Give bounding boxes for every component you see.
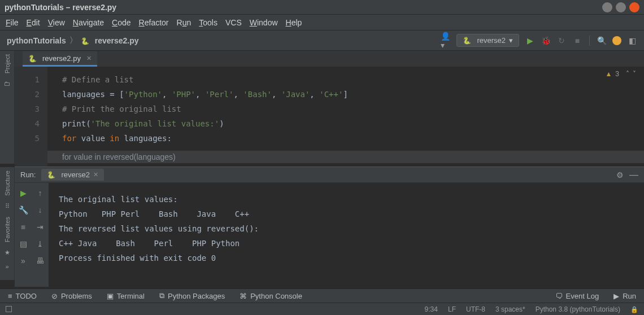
chevron-up-icon[interactable]: ˄ xyxy=(626,70,629,78)
chevron-down-icon: ▾ xyxy=(509,36,513,45)
chevron-down-icon[interactable]: ˅ xyxy=(633,70,636,78)
editor-tab-reverse2[interactable]: reverse2.py ✕ xyxy=(23,51,97,67)
eventlog-icon: 🗨 xyxy=(555,292,563,300)
warning-count: 3 xyxy=(615,70,619,78)
chevron-right-icon: 〉 xyxy=(69,36,77,46)
breadcrumb-file[interactable]: reverse2.py xyxy=(95,36,139,45)
wrench-icon[interactable]: 🔧 xyxy=(19,205,28,215)
scroll-to-end-icon[interactable]: ⤓ xyxy=(37,239,43,248)
run-button[interactable]: ▶ xyxy=(525,36,535,46)
run-tool-window: Run: reverse2 ✕ ⚙ — ▶ 🔧 ■ ▤ » ↑ ↓ ⇥ ⤓ 🖶 … xyxy=(15,167,644,287)
status-encoding[interactable]: UTF-8 xyxy=(466,305,485,313)
structure-icon: ⠿ xyxy=(5,203,10,210)
stop-icon[interactable]: ■ xyxy=(21,222,25,231)
settings-icon[interactable]: ⚙ xyxy=(616,170,624,180)
project-tool-tab[interactable]: Project xyxy=(4,54,11,73)
soft-wrap-icon[interactable]: ⇥ xyxy=(37,222,43,231)
editor-area: reverse2.py ✕ 1 2 3 4 5 # Define a list … xyxy=(15,51,644,167)
status-indent[interactable]: 3 spaces* xyxy=(495,305,525,313)
tool-windows-icon[interactable] xyxy=(6,306,12,312)
console-tool[interactable]: ⌘Python Console xyxy=(240,292,302,300)
run-toolbar-left: ▶ 🔧 ■ ▤ » xyxy=(15,183,32,287)
readonly-lock-icon[interactable] xyxy=(630,305,638,313)
editor-tab-label: reverse2.py xyxy=(42,54,81,63)
window-maximize-button[interactable] xyxy=(616,2,626,12)
stop-button[interactable]: ■ xyxy=(572,36,582,46)
python-file-icon xyxy=(463,36,473,45)
coverage-button[interactable]: ↻ xyxy=(556,36,567,46)
separator xyxy=(589,36,590,46)
run-tab[interactable]: reverse2 ✕ xyxy=(41,169,104,181)
menu-run[interactable]: Run xyxy=(177,18,192,27)
code-completion-hint[interactable]: for value in reversed(languages) xyxy=(47,151,644,163)
todo-tool[interactable]: ≡TODO xyxy=(8,292,37,300)
problems-icon: ⊘ xyxy=(51,292,58,300)
search-icon[interactable]: 🔍 xyxy=(597,36,607,46)
print-icon[interactable]: 🖶 xyxy=(36,256,44,265)
menu-tools[interactable]: Tools xyxy=(199,18,217,27)
packages-tool[interactable]: ⧉Python Packages xyxy=(159,291,225,300)
python-icon: ⌘ xyxy=(240,292,247,300)
structure-tool-tab[interactable]: Structure xyxy=(4,170,11,196)
favorites-tool-tab[interactable]: Favorites xyxy=(4,217,11,242)
status-interpreter[interactable]: Python 3.8 (pythonTutorials) xyxy=(536,305,620,313)
editor-inspections[interactable]: ▲ 3 ˄ ˅ xyxy=(605,70,636,78)
window-close-button[interactable] xyxy=(629,2,639,12)
status-line-ending[interactable]: LF xyxy=(448,305,456,313)
menu-code[interactable]: Code xyxy=(112,18,130,27)
problems-tool[interactable]: ⊘Problems xyxy=(51,292,92,300)
run-header-label: Run: xyxy=(20,170,36,179)
rerun-icon[interactable]: ▶ xyxy=(20,189,27,198)
ide-features-icon[interactable]: ◧ xyxy=(627,36,637,46)
hide-panel-icon[interactable]: — xyxy=(629,170,638,180)
python-file-icon xyxy=(81,36,92,45)
run-tool-tab[interactable]: ▶Run xyxy=(613,292,636,300)
python-file-icon xyxy=(28,54,39,63)
status-bar: 9:34 LF UTF-8 3 spaces* Python 3.8 (pyth… xyxy=(0,303,644,315)
status-caret-pos[interactable]: 9:34 xyxy=(425,305,438,313)
menu-window[interactable]: Window xyxy=(250,18,278,27)
menu-refactor[interactable]: Refactor xyxy=(139,18,169,27)
debug-button[interactable]: 🐞 xyxy=(541,36,551,46)
menu-file[interactable]: File xyxy=(6,18,19,27)
run-configuration-selector[interactable]: reverse2 ▾ xyxy=(456,34,519,47)
run-tab-label: reverse2 xyxy=(61,170,90,179)
play-icon: ▶ xyxy=(613,292,619,300)
layout-icon[interactable]: ▤ xyxy=(20,239,27,248)
menu-vcs[interactable]: VCS xyxy=(225,18,242,27)
window-title: pythonTutorials – reverse2.py xyxy=(5,3,116,12)
run-output[interactable]: The original list values: Python PHP Per… xyxy=(49,183,644,287)
menu-navigate[interactable]: Navigate xyxy=(73,18,104,27)
editor-tabs: reverse2.py ✕ xyxy=(15,51,644,67)
ide-update-icon[interactable] xyxy=(612,36,621,45)
more-icon[interactable]: » xyxy=(5,263,8,270)
run-toolbar-nav: ↑ ↓ ⇥ ⤓ 🖶 xyxy=(32,183,49,287)
eventlog-tool[interactable]: 🗨Event Log xyxy=(555,292,599,300)
more-icon[interactable]: » xyxy=(21,256,25,265)
packages-icon: ⧉ xyxy=(159,291,164,300)
warning-icon: ▲ xyxy=(605,70,612,78)
list-icon: ≡ xyxy=(8,292,12,300)
menu-help[interactable]: Help xyxy=(286,18,302,27)
python-file-icon xyxy=(47,170,58,179)
user-add-icon[interactable]: 👤▾ xyxy=(441,36,451,46)
star-icon: ★ xyxy=(5,249,10,256)
breadcrumb[interactable]: pythonTutorials 〉 reverse2.py xyxy=(7,36,139,46)
run-configuration-name: reverse2 xyxy=(477,36,506,45)
menu-bar: File Edit View Navigate Code Refactor Ru… xyxy=(0,15,644,30)
terminal-icon: ▣ xyxy=(107,292,114,300)
close-tab-icon[interactable]: ✕ xyxy=(93,171,98,178)
up-arrow-icon[interactable]: ↑ xyxy=(38,189,42,198)
navigation-bar: pythonTutorials 〉 reverse2.py 👤▾ reverse… xyxy=(0,30,644,51)
run-header: Run: reverse2 ✕ ⚙ — xyxy=(15,167,644,183)
terminal-tool[interactable]: ▣Terminal xyxy=(107,292,145,300)
bottom-tool-bar: ≡TODO ⊘Problems ▣Terminal ⧉Python Packag… xyxy=(0,288,644,303)
menu-view[interactable]: View xyxy=(48,18,65,27)
down-arrow-icon[interactable]: ↓ xyxy=(38,205,42,215)
close-tab-icon[interactable]: ✕ xyxy=(86,55,92,62)
menu-edit[interactable]: Edit xyxy=(27,18,40,27)
breadcrumb-project[interactable]: pythonTutorials xyxy=(7,36,66,45)
left-tool-rail-top: Project 🗀 xyxy=(0,51,15,164)
folder-icon[interactable]: 🗀 xyxy=(4,80,10,87)
window-minimize-button[interactable] xyxy=(602,2,612,12)
